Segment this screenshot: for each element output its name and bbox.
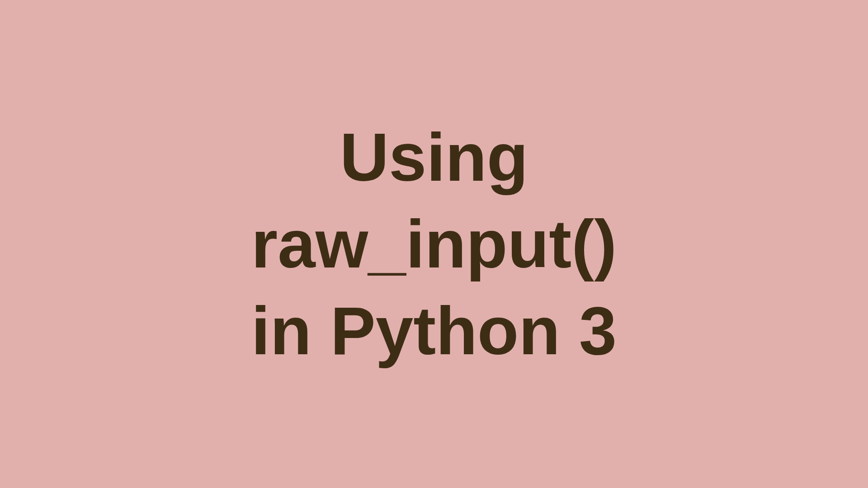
title-card: Using raw_input() in Python 3 xyxy=(0,0,868,488)
card-title: Using raw_input() in Python 3 xyxy=(251,114,617,374)
